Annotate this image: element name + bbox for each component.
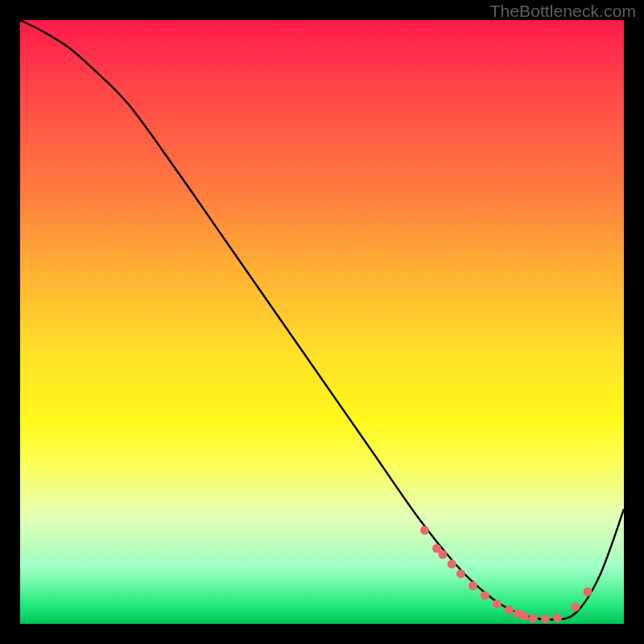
marker-dot [572,603,580,612]
highlight-markers [420,526,592,623]
marker-dot [493,600,502,609]
plot-area [20,20,624,624]
curve-path-group [20,20,624,620]
marker-dot [505,605,514,614]
line-chart-svg [20,20,624,624]
chart-stage: TheBottleneck.com [0,0,644,644]
marker-dot [469,581,477,590]
marker-dot [456,569,465,578]
marker-dot [481,591,489,600]
marker-dot [420,526,429,535]
main-curve [20,20,624,620]
marker-dot [553,613,562,622]
marker-dot [529,614,538,623]
marker-dot [584,588,592,597]
marker-dot [439,550,448,559]
marker-dot [541,615,550,624]
attribution-label: TheBottleneck.com [490,2,636,21]
marker-dot [520,612,529,621]
marker-dot [448,559,456,568]
